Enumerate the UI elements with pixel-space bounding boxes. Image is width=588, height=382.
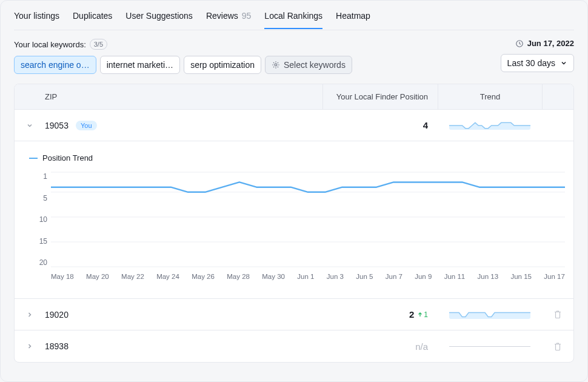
y-tick: 15 bbox=[29, 237, 47, 246]
x-tick: Jun 15 bbox=[510, 273, 532, 280]
x-tick: Jun 3 bbox=[327, 273, 344, 280]
x-tick: Jun 5 bbox=[356, 273, 373, 280]
zip-value: 19053 bbox=[45, 121, 68, 130]
keywords-count: 3/5 bbox=[90, 39, 107, 50]
arrow-up-icon bbox=[418, 312, 423, 317]
trend-cell bbox=[438, 310, 542, 319]
chevron-down-icon bbox=[560, 59, 567, 67]
zip-cell: 19020 bbox=[45, 310, 322, 320]
x-tick: Jun 17 bbox=[544, 273, 565, 280]
position-cell: 2 1 bbox=[322, 309, 438, 320]
position-cell: 4 bbox=[322, 120, 438, 130]
tabs: Your listings Duplicates User Suggestion… bbox=[14, 1, 574, 30]
zip-value: 19020 bbox=[45, 310, 68, 320]
keywords-label-text: Your local keywords: bbox=[14, 40, 86, 49]
tab-reviews[interactable]: Reviews95 bbox=[206, 2, 251, 28]
chart-panel: Position Trend 15101520 May 18May 20May … bbox=[15, 141, 573, 299]
trash-icon bbox=[553, 310, 562, 319]
x-tick: Jun 7 bbox=[386, 273, 403, 280]
gear-icon bbox=[272, 61, 280, 69]
date-range-select[interactable]: Last 30 days bbox=[501, 54, 574, 72]
zip-cell: 19053 You bbox=[45, 121, 322, 130]
toolbar: Your local keywords: 3/5 search engine o… bbox=[14, 39, 574, 74]
keyword-pill[interactable]: search engine o… bbox=[14, 56, 96, 74]
tab-label: Your listings bbox=[14, 11, 59, 21]
delete-row-button[interactable] bbox=[542, 310, 573, 319]
position-value: n/a bbox=[415, 341, 428, 352]
date-range-label: Last 30 days bbox=[507, 58, 555, 68]
you-badge: You bbox=[76, 121, 97, 130]
x-tick: May 24 bbox=[156, 273, 179, 280]
x-axis: May 18May 20May 22May 24May 26May 28May … bbox=[51, 273, 565, 280]
tab-label: User Suggestions bbox=[125, 11, 193, 21]
tab-user-suggestions[interactable]: User Suggestions bbox=[125, 2, 193, 28]
x-tick: Jun 1 bbox=[297, 273, 314, 280]
delta-value: 1 bbox=[424, 310, 428, 319]
x-tick: May 22 bbox=[121, 273, 144, 280]
chevron-down-icon bbox=[26, 122, 33, 129]
x-tick: May 30 bbox=[262, 273, 285, 280]
y-tick: 1 bbox=[29, 172, 47, 181]
keyword-pill[interactable]: internet marketi… bbox=[100, 56, 180, 74]
expand-toggle[interactable] bbox=[15, 122, 45, 129]
position-cell: n/a bbox=[322, 341, 438, 352]
x-tick: May 28 bbox=[227, 273, 250, 280]
y-tick: 20 bbox=[29, 258, 47, 267]
svg-point-0 bbox=[275, 64, 277, 66]
position-value: 4 bbox=[423, 120, 428, 130]
rankings-table: ZIP Your Local Finder Position Trend 190… bbox=[14, 84, 574, 363]
chart-plot bbox=[51, 172, 565, 267]
y-tick: 10 bbox=[29, 215, 47, 224]
sparkline-empty bbox=[449, 346, 530, 347]
trend-cell bbox=[438, 121, 542, 130]
table-row: 18938 n/a bbox=[15, 330, 573, 362]
x-tick: Jun 11 bbox=[444, 273, 466, 280]
keyword-pills: search engine o… internet marketi… serp … bbox=[14, 56, 352, 74]
position-value: 2 bbox=[409, 309, 414, 320]
tab-label: Reviews bbox=[206, 11, 238, 21]
table-row: 19020 2 1 bbox=[15, 299, 573, 330]
chevron-right-icon bbox=[26, 343, 33, 350]
date-stamp: Jun 17, 2022 bbox=[515, 39, 574, 48]
col-trend[interactable]: Trend bbox=[438, 84, 542, 109]
trash-icon bbox=[553, 342, 562, 351]
tab-local-rankings[interactable]: Local Rankings bbox=[264, 2, 322, 28]
y-tick: 5 bbox=[29, 194, 47, 203]
tab-label: Local Rankings bbox=[264, 11, 322, 21]
zip-value: 18938 bbox=[45, 341, 68, 351]
zip-cell: 18938 bbox=[45, 341, 322, 351]
x-tick: Jun 9 bbox=[415, 273, 432, 280]
y-axis: 15101520 bbox=[29, 172, 51, 267]
table-row: 19053 You 4 bbox=[15, 110, 573, 141]
keyword-pill[interactable]: serp optimization bbox=[184, 56, 261, 74]
delete-row-button[interactable] bbox=[542, 342, 573, 351]
x-tick: May 20 bbox=[86, 273, 109, 280]
keywords-label: Your local keywords: 3/5 bbox=[14, 39, 352, 50]
trend-cell bbox=[438, 346, 542, 347]
x-tick: Jun 13 bbox=[478, 273, 499, 280]
tab-duplicates[interactable]: Duplicates bbox=[73, 2, 112, 28]
select-keywords-label: Select keywords bbox=[284, 60, 346, 70]
sparkline bbox=[449, 310, 530, 319]
expand-toggle[interactable] bbox=[15, 343, 45, 350]
tab-label: Heatmap bbox=[336, 11, 370, 21]
tab-count: 95 bbox=[242, 11, 252, 21]
clock-icon bbox=[515, 39, 524, 48]
select-keywords-button[interactable]: Select keywords bbox=[265, 56, 352, 74]
legend-label: Position Trend bbox=[42, 153, 93, 163]
legend-swatch bbox=[29, 158, 38, 159]
expand-toggle[interactable] bbox=[15, 311, 45, 318]
tab-label: Duplicates bbox=[73, 11, 112, 21]
tab-heatmap[interactable]: Heatmap bbox=[336, 2, 370, 28]
table-header: ZIP Your Local Finder Position Trend bbox=[15, 84, 573, 110]
chevron-right-icon bbox=[26, 311, 33, 318]
x-tick: May 18 bbox=[51, 273, 74, 280]
sparkline bbox=[449, 121, 530, 130]
col-zip[interactable]: ZIP bbox=[45, 92, 322, 101]
x-tick: May 26 bbox=[192, 273, 215, 280]
date-stamp-text: Jun 17, 2022 bbox=[527, 39, 574, 48]
chart-legend: Position Trend bbox=[29, 153, 565, 163]
tab-your-listings[interactable]: Your listings bbox=[14, 2, 59, 28]
col-position[interactable]: Your Local Finder Position bbox=[322, 84, 438, 109]
delta-up: 1 bbox=[418, 310, 428, 319]
